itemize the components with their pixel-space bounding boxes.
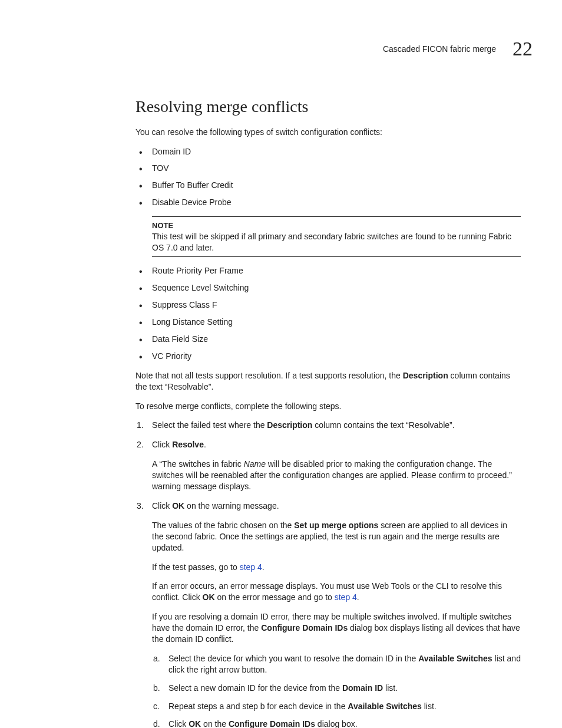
page-header: Cascaded FICON fabric merge 22 [24,35,538,62]
text-segment: If the test passes, go to [152,562,240,572]
list-item: Suppress Class F [152,299,521,311]
list-item: TOV [152,163,521,174]
text-segment: list. [422,701,437,711]
step-3: Click OK on the warning message. The val… [152,500,521,728]
step-link[interactable]: step 4 [240,562,262,572]
text-segment: A “The switches in fabric [152,459,244,469]
note-title: NOTE [152,220,521,231]
text-segment: . [357,592,359,602]
step-2: Click Resolve. A “The switches in fabric… [152,439,521,492]
bold-text: Set up merge options [294,521,378,530]
bold-text: Domain ID [342,683,383,693]
text-segment: Select the device for which you want to … [168,654,418,663]
list-item: Domain ID [152,146,521,157]
sub-steps-list: Select the device for which you want to … [152,653,521,728]
list-item: VC Priority [152,351,521,362]
list-item: Route Priority Per Frame [152,265,521,276]
step-link[interactable]: step 4 [335,592,357,602]
text-segment: Click [152,440,172,449]
text-segment: on the [201,719,229,728]
step-1: Select the failed test where the Descrip… [152,420,521,431]
italic-text: Name [244,459,266,469]
bullet-list-2: Route Priority Per Frame Sequence Level … [135,265,521,361]
list-item: Data Field Size [152,334,521,345]
page-title: Resolving merge conflicts [135,98,521,116]
text-segment: . [204,440,206,449]
text-segment: dialog box. [315,719,358,728]
bold-text: Description [403,371,448,380]
text-segment: list. [383,683,398,693]
text-segment: on the warning message. [184,501,279,510]
text-segment: Repeat steps a and step b for each devic… [168,701,348,711]
text-segment: The values of the fabric chosen on the [152,521,294,530]
bold-text: Resolve [172,440,204,449]
bold-text: Description [267,420,312,430]
header-number: 22 [513,35,533,62]
text-segment: column contains the text “Resolvable”. [312,420,454,430]
text-segment: Select the failed test where the [152,420,267,430]
list-item: Sequence Level Switching [152,282,521,294]
note-block: NOTE This test will be skipped if all pr… [152,216,521,257]
bold-text: Configure Domain IDs [229,719,315,728]
text-segment: on the error message and go to [215,592,335,602]
bold-text: Available Switches [418,654,492,663]
text-segment: . [262,562,265,572]
note-text: This test will be skipped if all primary… [152,231,521,253]
intro-paragraph: You can resolve the following types of s… [135,127,521,138]
sub-step-c: Repeat steps a and step b for each devic… [168,701,521,712]
text-segment: Note that not all tests support resoluti… [135,371,403,380]
sub-step-a: Select the device for which you want to … [168,653,521,676]
bold-text: OK [189,719,201,728]
content-area: Resolving merge conflicts You can resolv… [24,98,538,728]
header-label: Cascaded FICON fabric merge [383,44,496,55]
text-segment: Click [168,719,189,728]
list-item: Disable Device Probe [152,197,521,208]
sub-step-d: Click OK on the Configure Domain IDs dia… [168,719,521,728]
steps-list: Select the failed test where the Descrip… [135,420,521,728]
bullet-list-1: Domain ID TOV Buffer To Buffer Credit Di… [135,146,521,209]
text-segment: Click [152,501,172,510]
text-segment: Select a new domain ID for the device fr… [168,683,342,693]
bold-text: Available Switches [348,701,422,711]
bold-text: OK [203,592,215,602]
list-item: Buffer To Buffer Credit [152,180,521,191]
to-resolve-paragraph: To resolve merge conflicts, complete the… [135,401,521,412]
list-item: Long Distance Setting [152,317,521,328]
bold-text: OK [172,501,184,510]
sub-step-b: Select a new domain ID for the device fr… [168,683,521,694]
bold-text: Configure Domain IDs [261,623,348,633]
note-tests-paragraph: Note that not all tests support resoluti… [135,370,521,393]
